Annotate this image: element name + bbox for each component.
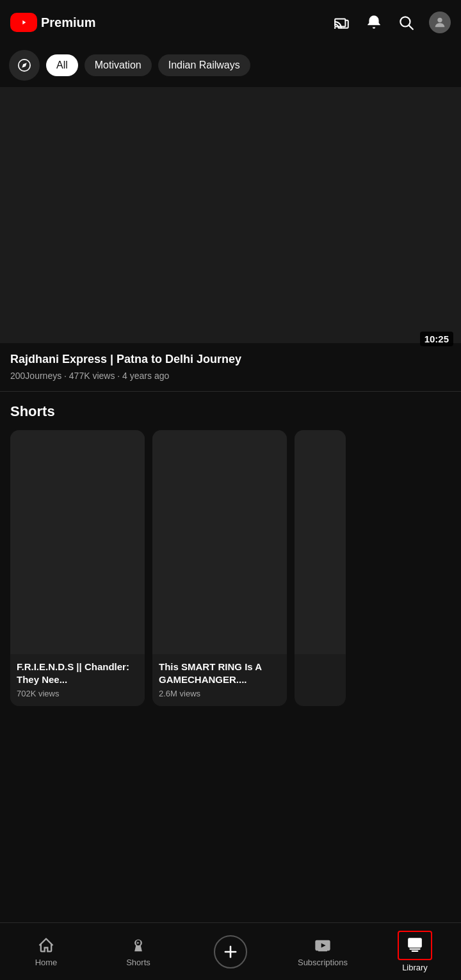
short-info-2: This SMART RING Is A GAMECHANGER.... 2.6… xyxy=(152,654,287,706)
nav-library[interactable]: Library xyxy=(369,926,461,977)
youtube-logo[interactable]: Premium xyxy=(10,13,96,32)
library-label: Library xyxy=(402,963,428,972)
nav-shorts[interactable]: Shorts xyxy=(92,931,184,972)
shorts-icon xyxy=(129,936,148,955)
shorts-section: Shorts F.R.I.E.N.D.S || Chandler: They N… xyxy=(0,392,461,716)
main-video-title: Rajdhani Express | Patna to Delhi Journe… xyxy=(10,352,451,367)
explore-chip[interactable] xyxy=(9,50,40,81)
svg-rect-18 xyxy=(412,951,419,952)
short-thumbnail-3 xyxy=(295,430,346,654)
shorts-heading: Shorts xyxy=(10,403,451,420)
bottom-spacer xyxy=(0,716,461,780)
svg-point-5 xyxy=(437,18,442,22)
short-card-2[interactable]: This SMART RING Is A GAMECHANGER.... 2.6… xyxy=(152,430,287,706)
add-button[interactable] xyxy=(214,935,247,968)
cast-icon[interactable] xyxy=(333,13,351,31)
shorts-label: Shorts xyxy=(126,958,150,967)
short-thumbnail-1 xyxy=(10,430,145,654)
app-name: Premium xyxy=(41,15,96,30)
main-video-meta: 200Journeys · 477K views · 4 years ago xyxy=(10,371,451,381)
search-icon[interactable] xyxy=(397,13,415,31)
video-duration: 10:25 xyxy=(420,332,453,346)
library-icon xyxy=(405,935,425,954)
bell-icon[interactable] xyxy=(365,13,383,31)
home-icon xyxy=(36,936,56,955)
header-left: Premium xyxy=(10,13,96,32)
short-card-1[interactable]: F.R.I.E.N.D.S || Chandler: They Nee... 7… xyxy=(10,430,145,706)
header: Premium xyxy=(0,0,461,45)
yt-icon xyxy=(10,13,37,32)
svg-marker-0 xyxy=(22,20,26,25)
subscriptions-label: Subscriptions xyxy=(298,958,348,967)
header-right xyxy=(333,12,451,33)
short-info-1: F.R.I.E.N.D.S || Chandler: They Nee... 7… xyxy=(10,654,145,706)
short-title-2: This SMART RING Is A GAMECHANGER.... xyxy=(159,661,280,686)
filter-chip-all[interactable]: All xyxy=(46,54,78,76)
account-icon[interactable] xyxy=(429,12,451,33)
short-title-1: F.R.I.E.N.D.S || Chandler: They Nee... xyxy=(17,661,138,686)
nav-subscriptions[interactable]: Subscriptions xyxy=(277,931,369,972)
svg-rect-17 xyxy=(409,949,420,950)
subscriptions-icon xyxy=(313,936,332,955)
shorts-row: F.R.I.E.N.D.S || Chandler: They Nee... 7… xyxy=(10,430,451,706)
main-video-thumbnail xyxy=(0,87,461,343)
svg-marker-7 xyxy=(22,63,26,67)
short-thumbnail-2 xyxy=(152,430,287,654)
library-nav-wrapper xyxy=(398,931,432,960)
svg-point-2 xyxy=(334,27,336,29)
filter-bar: All Motivation Indian Railways xyxy=(0,45,461,87)
nav-add[interactable] xyxy=(184,930,277,974)
home-label: Home xyxy=(35,958,58,967)
svg-line-4 xyxy=(409,26,413,29)
main-video-info: Rajdhani Express | Patna to Delhi Journe… xyxy=(0,343,461,391)
short-views-1: 702K views xyxy=(17,689,138,698)
nav-home[interactable]: Home xyxy=(0,931,92,972)
short-views-2: 2.6M views xyxy=(159,689,280,698)
svg-rect-14 xyxy=(318,950,327,951)
short-card-3[interactable] xyxy=(295,430,346,706)
bottom-nav: Home Shorts Subscr xyxy=(0,922,461,980)
main-video-card[interactable]: 10:25 Rajdhani Express | Patna to Delhi … xyxy=(0,87,461,391)
filter-chip-indian-railways[interactable]: Indian Railways xyxy=(158,54,250,76)
filter-chip-motivation[interactable]: Motivation xyxy=(85,54,152,76)
